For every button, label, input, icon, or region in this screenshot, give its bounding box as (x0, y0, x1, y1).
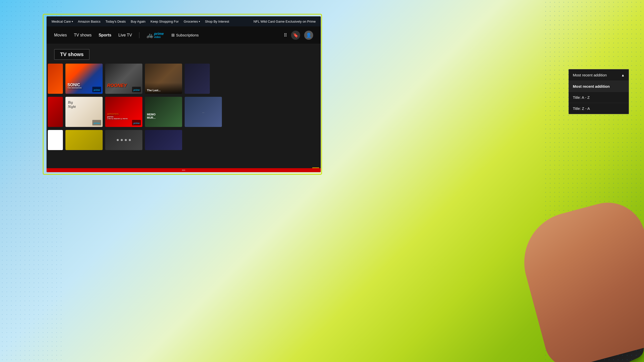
movie-card-sonic[interactable]: SONICTHE HEDGEHOG prime (65, 64, 103, 94)
prime-video-header: Movies TV shows Sports Live TV 🚲 prime v… (47, 26, 321, 44)
bignight-title: BigNight (68, 101, 76, 109)
movie-card-bignight[interactable]: BigNight prime (65, 97, 103, 127)
amores-title: amoresperrosa film by alejandro g. iñárr… (107, 112, 128, 119)
subscriptions-icon: ⊞ (171, 33, 175, 37)
sonic-prime-badge: prime (92, 87, 101, 92)
prime-logo[interactable]: 🚲 prime video (146, 32, 164, 38)
nav-item-todays-deals[interactable]: Today's Deals (103, 16, 128, 26)
nav-item-amazon-basics[interactable]: Amazon Basics (75, 16, 103, 26)
amores-prime-badge: prime (132, 120, 141, 125)
sort-option-recent[interactable]: Most recent addition (569, 81, 629, 92)
prime-logo-subtext: video (154, 36, 164, 38)
sort-dropdown: Most recent addition ▲ Most recent addit… (569, 69, 629, 114)
content-area: TV shows SONICTHE HEDGEHOG prime (47, 44, 321, 172)
nav-item-shop-by-interest[interactable]: Shop By Interest (203, 16, 232, 26)
grid-icon[interactable]: ⠿ (284, 32, 287, 38)
movie-card-rooney[interactable]: ROONEY prime (105, 64, 142, 94)
movies-grid: SONICTHE HEDGEHOG prime ROONEY prime (47, 64, 321, 150)
amazon-top-nav: Medical Care ▾ Amazon Basics Today's Dea… (47, 16, 321, 26)
nav-divider (139, 32, 139, 38)
bookmark-icon: 🔖 (293, 32, 298, 38)
rooney-prime-badge: prime (132, 87, 141, 92)
promo-banner: NFL Wild Card Game Exclusively on Prime (251, 20, 318, 23)
memo-title: MEMOMUR... (147, 113, 155, 119)
sonic-title: SONICTHE HEDGEHOG (67, 83, 82, 89)
medical-care-arrow: ▾ (72, 20, 73, 23)
rooney-title: ROONEY (107, 83, 127, 88)
movie-card-row3-3[interactable] (145, 130, 182, 150)
partial-card-right-1[interactable]: IMDb (185, 64, 210, 94)
movie-card-last[interactable]: The Last... (145, 64, 182, 94)
groceries-arrow: ▾ (199, 20, 200, 23)
sort-dropdown-header[interactable]: Most recent addition ▲ (569, 69, 629, 81)
nav-sports[interactable]: Sports (99, 33, 111, 37)
subscriptions-button[interactable]: ⊞ Subscriptions (171, 33, 199, 37)
nav-movies[interactable]: Movies (54, 33, 67, 37)
section-title: TV shows (60, 52, 84, 57)
sort-chevron-icon: ▲ (621, 73, 625, 77)
movie-card-amores[interactable]: amoresperrosa film by alejandro g. iñárr… (105, 97, 142, 127)
nav-item-keep-shopping[interactable]: Keep Shopping For (148, 16, 181, 26)
movie-card-memo[interactable]: MEMOMUR... (145, 97, 182, 127)
partial-card-left-1[interactable] (48, 64, 63, 94)
sort-option-title-az[interactable]: Title: A - Z (569, 92, 629, 103)
movie-card-row3-2[interactable] (105, 130, 142, 150)
sort-selected-label: Most recent addition (573, 73, 607, 77)
bignight-prime-badge: prime (92, 120, 101, 125)
prime-nav-links: Movies TV shows Sports Live TV 🚲 prime v… (54, 32, 164, 38)
nav-livetv[interactable]: Live TV (118, 33, 132, 37)
prime-logo-text: prime (154, 32, 164, 36)
nav-item-medical-care[interactable]: Medical Care ▾ (49, 16, 75, 26)
watchlist-button[interactable]: 🔖 (291, 31, 300, 40)
last-title: The Last... (147, 89, 160, 92)
prime-logo-icon: 🚲 (146, 32, 153, 38)
movie-card-row3-1[interactable] (65, 130, 103, 150)
movie-row-2: elf DOX BigNight prime (47, 97, 321, 127)
nav-item-buy-again[interactable]: Buy Again (128, 16, 148, 26)
movie-row-1: SONICTHE HEDGEHOG prime ROONEY prime (47, 64, 321, 94)
section-header: TV shows (47, 49, 321, 64)
movie-row-3 (47, 130, 321, 150)
movie-card-extra[interactable]: ... (185, 97, 222, 127)
header-right: ⠿ 🔖 👤 (284, 31, 313, 40)
profile-button[interactable]: 👤 (304, 31, 313, 40)
main-window: Medical Care ▾ Amazon Basics Today's Dea… (47, 16, 321, 172)
section-title-box: TV shows (54, 49, 90, 60)
last-title-overlay: The Last... (145, 83, 182, 94)
partial-card-row3-1[interactable] (48, 130, 63, 150)
user-icon: 👤 (306, 32, 311, 38)
sort-option-title-za[interactable]: Title: Z - A (569, 103, 629, 114)
nav-item-groceries[interactable]: Groceries ▾ (181, 16, 202, 26)
partial-card-elf[interactable]: elf DOX (48, 97, 63, 127)
nav-tvshows[interactable]: TV shows (74, 33, 92, 37)
